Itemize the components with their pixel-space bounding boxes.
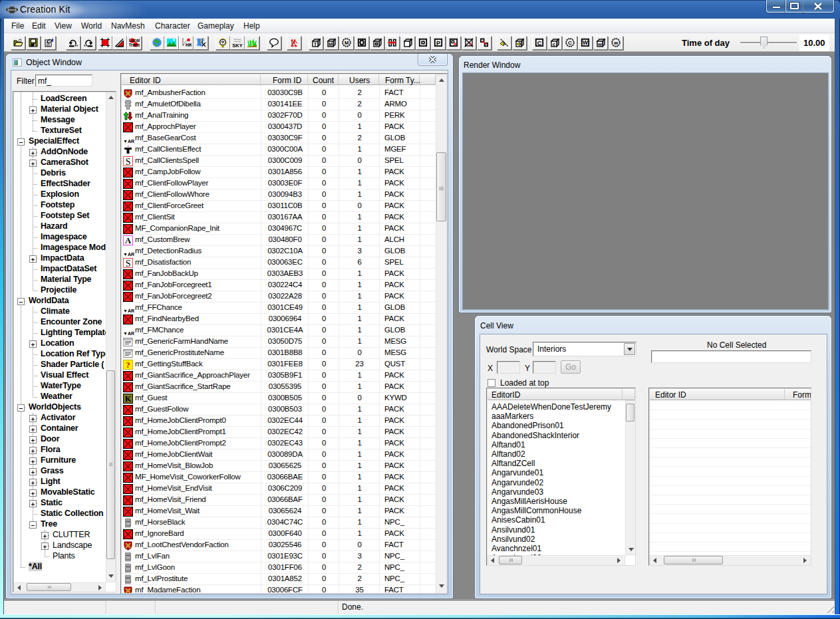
svg-text:SKY: SKY <box>232 43 242 49</box>
svg-text:w: w <box>597 41 602 47</box>
svg-text:S: S <box>126 259 131 269</box>
svg-text:S: S <box>126 157 131 167</box>
svg-text:M: M <box>345 40 349 46</box>
svg-text:Trans: Trans <box>129 43 140 47</box>
svg-text:M: M <box>329 42 333 47</box>
svg-text:C: C <box>568 40 572 46</box>
svg-text:P: P <box>436 40 440 47</box>
svg-text:Local: Local <box>129 38 140 43</box>
svg-text:w: w <box>613 40 619 46</box>
svg-text:c: c <box>553 41 556 47</box>
svg-text:C: C <box>537 40 542 47</box>
svg-text:T: T <box>314 41 317 47</box>
svg-text:K: K <box>125 394 132 404</box>
svg-text:W: W <box>583 39 589 46</box>
svg-text:A: A <box>125 236 131 245</box>
svg-text:HK: HK <box>186 43 192 47</box>
svg-text:?: ? <box>126 360 130 370</box>
